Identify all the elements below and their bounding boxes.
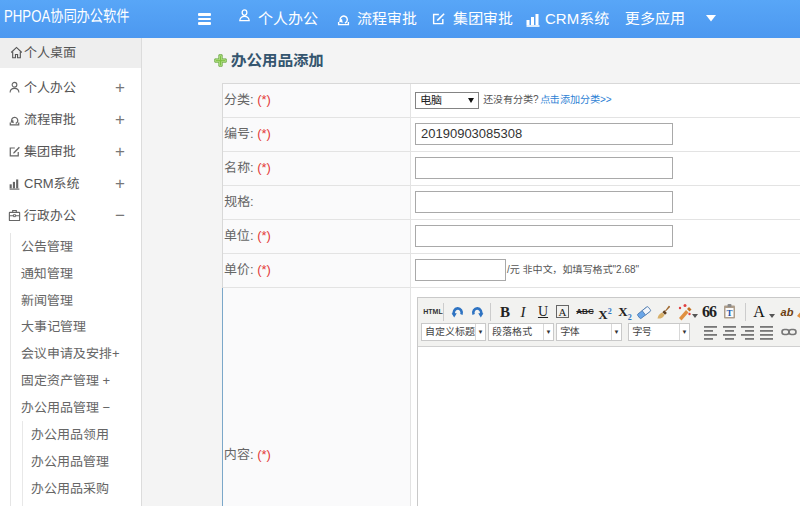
- svg-text:T: T: [726, 308, 732, 318]
